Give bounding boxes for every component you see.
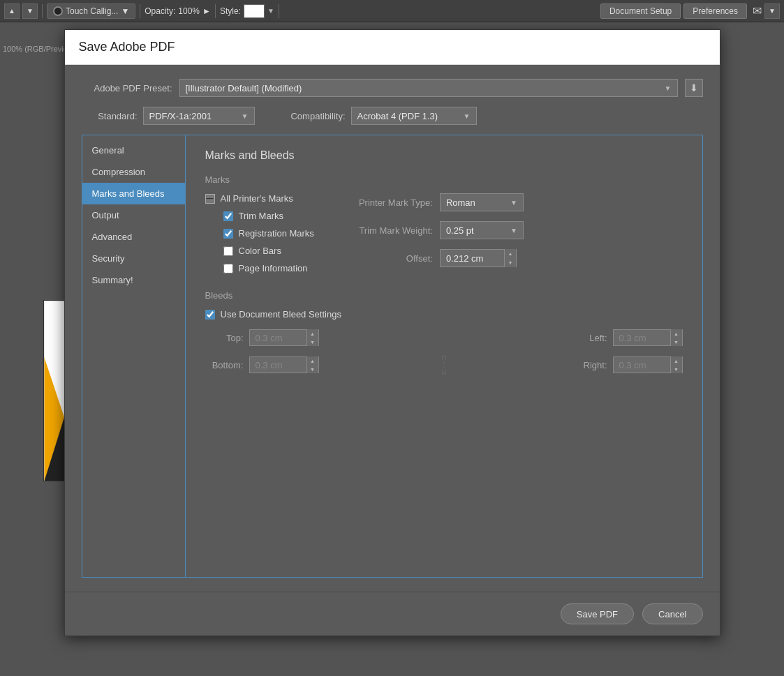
- download-preset-button[interactable]: ⬇: [685, 79, 703, 97]
- sidebar-item-summary[interactable]: Summary!: [82, 269, 185, 291]
- printer-mark-type-dropdown[interactable]: Roman ▼: [440, 193, 524, 211]
- top-bleed-spinner[interactable]: 0.3 cm ▲ ▼: [249, 329, 319, 346]
- sidebar-summary-label: Summary!: [92, 275, 133, 285]
- compatibility-label: Compatibility:: [269, 111, 346, 121]
- all-printers-marks-label: All Printer's Marks: [221, 193, 293, 204]
- standard-dropdown[interactable]: PDF/X-1a:2001 ▼: [143, 107, 255, 125]
- toolbar-sep-4: [279, 4, 279, 18]
- color-bars-checkbox[interactable]: [223, 246, 233, 256]
- all-printers-marks-row: — All Printer's Marks: [205, 193, 314, 204]
- sidebar-item-advanced[interactable]: Advanced: [82, 226, 185, 248]
- page-info-checkbox[interactable]: [223, 264, 233, 273]
- brush-selector-btn[interactable]: Touch Callig... ▼: [47, 3, 135, 19]
- left-bleed-spinner[interactable]: 0.3 cm ▲ ▼: [613, 329, 683, 346]
- right-spin-down-btn[interactable]: ▼: [671, 365, 682, 373]
- sidebar-output-label: Output: [92, 210, 119, 220]
- nav-forward-btn[interactable]: ▼: [22, 3, 38, 19]
- sidebar-item-security[interactable]: Security: [82, 248, 185, 269]
- preferences-button[interactable]: Preferences: [683, 3, 747, 19]
- opacity-label: Opacity:: [145, 6, 175, 16]
- offset-row: Offset: 0.212 cm ▲ ▼: [342, 249, 524, 267]
- offset-value: 0.212 cm: [441, 253, 504, 264]
- compatibility-group: Compatibility: Acrobat 4 (PDF 1.3) ▼: [269, 107, 477, 125]
- left-bleed-arrows: ▲ ▼: [670, 329, 682, 346]
- sidebar-general-label: General: [92, 145, 124, 156]
- cancel-button[interactable]: Cancel: [642, 603, 702, 624]
- dialog-main: General Compression Marks and Bleeds Out…: [82, 135, 703, 578]
- standard-value: PDF/X-1a:2001: [149, 111, 212, 121]
- registration-marks-row: Registration Marks: [223, 228, 314, 239]
- preset-label: Adobe PDF Preset:: [82, 83, 172, 93]
- color-bars-row: Color Bars: [223, 246, 314, 256]
- compatibility-dropdown[interactable]: Acrobat 4 (PDF 1.3) ▼: [351, 107, 477, 125]
- trim-mark-weight-dropdown[interactable]: 0.25 pt ▼: [440, 221, 524, 239]
- bleeds-grid: Top: 0.3 cm ▲ ▼: [205, 329, 683, 375]
- use-doc-bleed-row: Use Document Bleed Settings: [205, 309, 683, 320]
- left-spin-down-btn[interactable]: ▼: [671, 338, 682, 346]
- pin-icon: ✉: [753, 4, 762, 17]
- bottom-spin-down-btn[interactable]: ▼: [307, 365, 318, 373]
- save-pdf-dialog: Save Adobe PDF Adobe PDF Preset: [Illust…: [64, 29, 720, 636]
- bottom-bleed-spinner[interactable]: 0.3 cm ▲ ▼: [249, 356, 319, 373]
- bleeds-bottom-row: Bottom: 0.3 cm ▲ ▼: [205, 354, 683, 375]
- use-doc-bleed-checkbox[interactable]: [205, 310, 215, 320]
- expand-btn[interactable]: ▼: [764, 3, 780, 19]
- chain-link-icon: [436, 354, 452, 375]
- top-spin-down-btn[interactable]: ▼: [307, 338, 318, 346]
- nav-back-btn[interactable]: ▲: [4, 3, 20, 19]
- style-label: Style:: [220, 6, 241, 16]
- left-spin-up-btn[interactable]: ▲: [671, 329, 682, 338]
- left-bleed-label: Left:: [569, 333, 607, 343]
- right-bleed-field: Right: 0.3 cm ▲ ▼: [569, 356, 683, 373]
- document-setup-button[interactable]: Document Setup: [600, 3, 681, 19]
- offset-spin-down-btn[interactable]: ▼: [505, 258, 516, 267]
- compatibility-chevron-icon: ▼: [464, 112, 471, 120]
- offset-spinner[interactable]: 0.212 cm ▲ ▼: [440, 249, 517, 267]
- dialog-footer: Save PDF Cancel: [65, 592, 720, 636]
- dialog-title: Save Adobe PDF: [65, 30, 720, 65]
- trim-mark-weight-row: Trim Mark Weight: 0.25 pt ▼: [342, 221, 524, 239]
- marks-left: — All Printer's Marks Trim Marks: [205, 193, 314, 273]
- color-bars-label: Color Bars: [239, 246, 281, 256]
- sidebar-item-marks-bleeds[interactable]: Marks and Bleeds: [82, 183, 185, 204]
- opacity-value: 100%: [178, 6, 200, 16]
- registration-marks-label: Registration Marks: [239, 228, 314, 239]
- sidebar-item-general[interactable]: General: [82, 140, 185, 161]
- bottom-bleed-label: Bottom:: [205, 360, 244, 370]
- save-pdf-button[interactable]: Save PDF: [561, 603, 634, 624]
- left-bleed-field: Left: 0.3 cm ▲ ▼: [569, 329, 683, 346]
- registration-marks-checkbox[interactable]: [223, 229, 233, 239]
- preset-dropdown[interactable]: [Illustrator Default] (Modified) ▼: [179, 79, 678, 97]
- sidebar-item-compression[interactable]: Compression: [82, 161, 185, 183]
- right-bleed-label: Right:: [569, 360, 607, 370]
- sidebar-item-output[interactable]: Output: [82, 204, 185, 226]
- opacity-chevron-icon: ►: [202, 6, 211, 16]
- standard-label: Standard:: [82, 111, 138, 121]
- printer-mark-type-value: Roman: [446, 197, 475, 208]
- dialog-body: Adobe PDF Preset: [Illustrator Default] …: [65, 65, 720, 592]
- top-spin-up-btn[interactable]: ▲: [307, 329, 318, 338]
- bottom-bleed-field: Bottom: 0.3 cm ▲ ▼: [205, 356, 319, 373]
- all-printers-marks-checkbox[interactable]: —: [205, 194, 215, 204]
- top-bleed-field: Top: 0.3 cm ▲ ▼: [205, 329, 319, 346]
- bottom-bleed-arrows: ▲ ▼: [306, 356, 318, 373]
- style-chevron-icon: ▼: [267, 7, 274, 15]
- sidebar-advanced-label: Advanced: [92, 232, 133, 242]
- toolbar-sep-3: [215, 4, 216, 18]
- trim-marks-label: Trim Marks: [239, 211, 284, 221]
- bleeds-subtitle: Bleeds: [205, 290, 683, 301]
- right-bleed-arrows: ▲ ▼: [670, 356, 682, 373]
- right-spin-up-btn[interactable]: ▲: [671, 356, 682, 365]
- bottom-spin-up-btn[interactable]: ▲: [307, 356, 318, 365]
- trim-mark-weight-label: Trim Mark Weight:: [342, 225, 433, 236]
- offset-spin-up-btn[interactable]: ▲: [505, 249, 516, 258]
- top-bleed-arrows: ▲ ▼: [306, 329, 318, 346]
- style-color-box[interactable]: [244, 4, 265, 18]
- right-bleed-value: 0.3 cm: [614, 360, 670, 370]
- toolbar-sep-2: [140, 4, 140, 18]
- brush-chevron-icon: ▼: [121, 6, 129, 16]
- marks-subtitle: Marks: [205, 174, 683, 185]
- brush-name-label: Touch Callig...: [66, 6, 118, 16]
- right-bleed-spinner[interactable]: 0.3 cm ▲ ▼: [613, 356, 683, 373]
- trim-marks-checkbox[interactable]: [223, 211, 233, 221]
